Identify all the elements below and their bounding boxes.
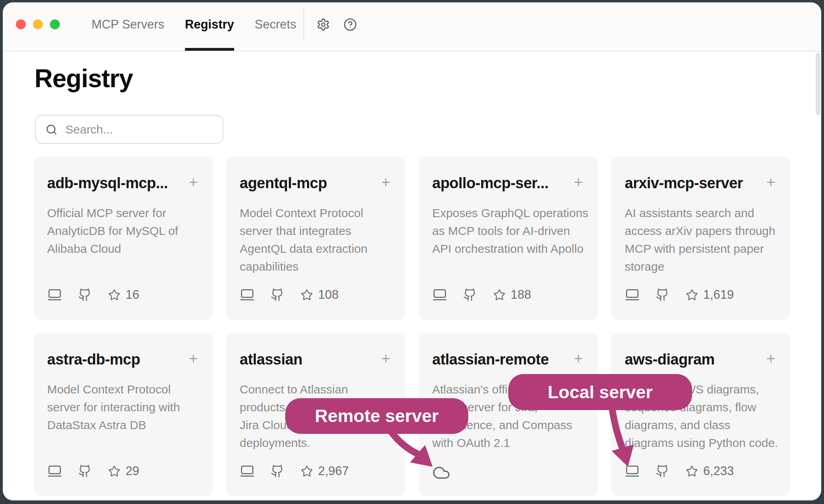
server-name: adb-mysql-mcp... [47, 174, 168, 192]
server-name: astra-db-mcp [47, 350, 140, 368]
add-server-icon[interactable] [187, 176, 199, 188]
tab-registry[interactable]: Registry [185, 2, 234, 51]
zoom-window-button[interactable] [50, 19, 60, 29]
server-card-adb-mysql-mcp[interactable]: adb-mysql-mcp... Official MCP server for… [34, 157, 213, 320]
star-icon [301, 289, 313, 301]
add-server-icon[interactable] [765, 176, 777, 188]
remote-server-callout: Remote server [285, 398, 468, 434]
magnifier-icon [46, 124, 57, 136]
server-card-footer: 16 [47, 287, 139, 302]
server-card-astra-db-mcp[interactable]: astra-db-mcp Model Context Protocolserve… [34, 333, 213, 496]
search-input[interactable] [65, 122, 216, 137]
add-server-icon[interactable] [765, 353, 777, 365]
github-icon [271, 288, 284, 302]
server-name: apollo-mcp-ser... [432, 174, 548, 192]
gear-icon [317, 18, 330, 31]
server-description: Model Context Protocolserver for interac… [47, 380, 199, 434]
laptop-icon [432, 287, 447, 302]
laptop-icon [240, 287, 255, 302]
github-icon [463, 288, 477, 302]
add-server-icon[interactable] [187, 353, 199, 365]
server-card-footer: 1,619 [625, 287, 734, 302]
github-icon [271, 464, 284, 478]
server-description: Exposes GraphQL operationsas MCP tools f… [432, 204, 584, 258]
server-name: atlassian [240, 350, 302, 368]
laptop-icon [240, 464, 255, 479]
close-window-button[interactable] [16, 19, 26, 29]
star-count: 188 [511, 288, 531, 302]
add-server-icon[interactable] [572, 176, 584, 188]
add-server-icon[interactable] [380, 176, 392, 188]
tab-secrets[interactable]: Secrets [255, 2, 296, 51]
main-tabs: MCP Servers Registry Secrets [92, 2, 296, 51]
app-window: MCP Servers Registry Secrets Registry ad… [3, 2, 821, 500]
server-card-apollo-mcp-server[interactable]: apollo-mcp-ser... Exposes GraphQL operat… [419, 157, 598, 320]
server-card-arxiv-mcp-server[interactable]: arxiv-mcp-server AI assistants search an… [611, 157, 790, 320]
header-divider [303, 8, 304, 40]
github-icon [656, 464, 669, 478]
server-card-agentql-mcp[interactable]: agentql-mcp Model Context Protocolserver… [226, 157, 405, 320]
server-card-aws-diagram[interactable]: aws-diagram Generate AWS diagrams,sequen… [611, 333, 790, 496]
star-count: 2,967 [318, 464, 349, 478]
star-count: 29 [126, 464, 139, 478]
github-icon [656, 288, 669, 302]
add-server-icon[interactable] [380, 353, 392, 365]
add-server-icon[interactable] [572, 353, 584, 365]
vertical-scrollbar-thumb[interactable] [816, 53, 820, 115]
cloud-icon [432, 464, 450, 482]
laptop-icon [47, 287, 62, 302]
server-card-footer [432, 464, 450, 482]
traffic-lights [16, 19, 60, 29]
server-description: AI assistants search andaccess arXiv pap… [625, 204, 777, 275]
star-icon [301, 465, 313, 477]
server-card-footer: 6,233 [625, 464, 734, 479]
page-title: Registry [34, 63, 133, 94]
github-icon [78, 464, 92, 478]
minimize-window-button[interactable] [33, 19, 43, 29]
help-button[interactable] [342, 17, 358, 32]
server-card-footer: 108 [240, 287, 339, 302]
server-name: agentql-mcp [240, 174, 327, 192]
local-server-callout: Local server [508, 374, 692, 410]
laptop-icon [625, 464, 640, 479]
star-count: 1,619 [703, 288, 734, 302]
star-count: 108 [318, 288, 339, 302]
server-name: arxiv-mcp-server [625, 174, 743, 192]
titlebar: MCP Servers Registry Secrets [3, 2, 821, 52]
star-icon [686, 289, 698, 301]
server-card-footer: 188 [432, 287, 531, 302]
star-count: 6,233 [703, 464, 734, 478]
tab-mcp-servers[interactable]: MCP Servers [92, 2, 164, 51]
server-name: aws-diagram [625, 350, 715, 368]
star-icon [493, 289, 505, 301]
star-icon [686, 465, 698, 477]
star-count: 16 [126, 288, 139, 302]
server-description: Official MCP server forAnalyticDB for My… [47, 204, 199, 258]
star-icon [108, 465, 120, 477]
github-icon [78, 288, 92, 302]
star-icon [108, 289, 120, 301]
server-description: Model Context Protocolserver that integr… [240, 204, 392, 275]
laptop-icon [47, 464, 62, 479]
server-card-footer: 29 [47, 464, 139, 479]
server-name: atlassian-remote [432, 350, 549, 368]
server-card-footer: 2,967 [240, 464, 349, 479]
search-box [35, 115, 223, 144]
laptop-icon [625, 287, 640, 302]
settings-button[interactable] [315, 17, 331, 32]
question-circle-icon [343, 18, 357, 31]
